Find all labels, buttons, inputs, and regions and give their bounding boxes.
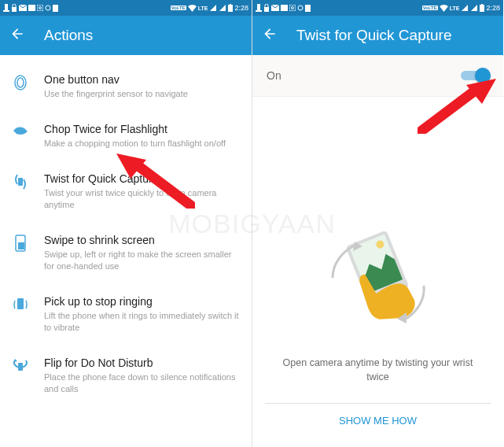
svg-rect-27 [480,5,484,12]
svg-rect-13 [18,178,23,186]
svg-rect-23 [289,5,296,11]
svg-rect-4 [28,5,35,11]
app-bar: Actions [0,16,252,55]
svg-rect-22 [281,5,288,11]
svg-point-7 [46,6,50,10]
volte-badge: VoLTE [422,6,438,10]
item-desc: Swipe up, left or right to make the scre… [44,249,239,272]
svg-rect-16 [17,298,24,309]
picture-icon [28,5,35,11]
fingerprint-icon [13,74,28,91]
action-one-button-nav[interactable]: One button nav Use the fingerprint senso… [0,61,252,111]
svg-point-12 [17,78,24,87]
clock: 2:28 [234,4,248,12]
actions-screen: VoLTE LTE 2:28 Actions One button nav Us… [0,0,252,447]
item-desc: Lift the phone when it rings to immediat… [44,310,239,334]
signal-icon [462,5,468,11]
svg-rect-9 [228,5,233,12]
lte-label: LTE [198,6,208,11]
battery-icon [480,4,484,12]
wifi-icon [440,5,448,12]
mail-icon [19,5,27,11]
svg-rect-20 [264,7,269,12]
svg-point-25 [298,6,303,10]
svg-rect-0 [5,4,8,10]
toggle-row: On [252,55,503,97]
item-desc: Use the fingerprint sensor to navigate [44,88,239,100]
settings-status-icon [45,5,51,11]
app-bar: Twist for Quick Capture [252,16,503,55]
svg-rect-19 [256,10,262,12]
item-title: Swipe to shrink screen [44,233,239,247]
battery-icon [228,4,233,12]
show-me-how-button[interactable]: SHOW ME HOW [265,403,491,438]
item-desc: Make a chopping motion to turn flashligh… [44,138,239,150]
item-title: Flip for Do Not Disturb [44,356,239,370]
svg-point-6 [39,7,42,9]
actions-list: One button nav Use the fingerprint senso… [0,55,252,412]
back-button[interactable] [262,26,278,45]
item-desc: Place the phone face down to silence not… [44,371,239,395]
mail-icon [271,5,279,11]
status-bar: VoLTE LTE 2:28 [0,0,252,16]
instagram-icon [289,5,296,11]
flip-icon [12,357,29,373]
enable-switch[interactable] [461,68,489,83]
doc-icon [53,5,58,12]
svg-rect-10 [230,4,231,5]
notif-icon [3,4,9,12]
hero-section: Open camera anytime by twisting your wri… [252,97,503,392]
chop-icon [12,124,29,138]
action-pickup-stop-ringing[interactable]: Pick up to stop ringing Lift the phone w… [0,283,252,345]
action-twist-capture[interactable]: Twist for Quick Capture Twist your wrist… [0,161,252,222]
picture-icon [281,5,288,11]
lock-icon [11,4,17,12]
svg-rect-1 [3,10,9,12]
back-button[interactable] [9,26,25,45]
svg-rect-26 [305,5,311,12]
shrink-icon [13,235,28,252]
svg-rect-8 [53,5,58,12]
svg-point-24 [292,7,294,9]
item-title: Chop Twice for Flashlight [44,122,239,136]
lte-label: LTE [450,6,460,11]
clock: 2:28 [486,4,500,12]
hero-text: Open camera anytime by twisting your wri… [268,356,487,384]
doc-icon [305,5,311,12]
page-title: Actions [44,27,93,44]
signal-icon [219,5,226,11]
volte-badge: VoLTE [171,6,186,10]
page-title: Twist for Quick Capture [296,27,451,44]
item-title: Twist for Quick Capture [44,172,239,186]
twist-illustration [323,231,433,336]
svg-rect-5 [37,5,43,11]
signal-icon [471,5,477,11]
pickup-icon [13,296,28,313]
action-flip-dnd[interactable]: Flip for Do Not Disturb Place the phone … [0,345,252,406]
notif-icon [256,4,262,12]
svg-rect-17 [18,363,23,371]
lock-icon [263,4,270,12]
wifi-icon [188,5,197,12]
action-swipe-shrink[interactable]: Swipe to shrink screen Swipe up, left or… [0,222,252,283]
twist-icon [13,173,28,190]
svg-rect-18 [257,4,260,10]
instagram-icon [37,5,43,11]
svg-rect-28 [481,4,483,5]
svg-rect-15 [18,242,24,249]
status-bar: VoLTE LTE 2:28 [252,0,503,16]
action-chop-flashlight[interactable]: Chop Twice for Flashlight Make a choppin… [0,111,252,161]
item-title: One button nav [44,72,239,87]
toggle-label: On [267,69,281,82]
item-title: Pick up to stop ringing [44,294,239,308]
twist-capture-screen: VoLTE LTE 2:28 Twist for Quick Capture O… [252,0,503,447]
signal-icon [210,5,216,11]
item-desc: Twist your wrist twice quickly to open c… [44,187,239,211]
svg-rect-2 [12,7,17,12]
settings-status-icon [297,5,304,11]
